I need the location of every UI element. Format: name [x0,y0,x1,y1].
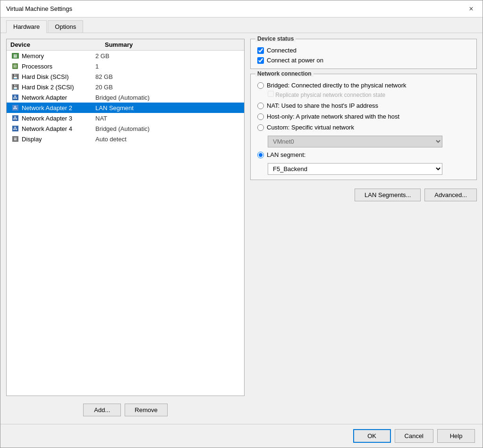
replicate-label: Replicate physical network connection st… [275,92,385,98]
net4-icon: 🖧 [10,125,20,132]
bridged-radio[interactable] [257,82,264,89]
close-button[interactable]: × [466,3,477,15]
custom-dropdown[interactable]: VMnet0 VMnet1 VMnet2 [268,136,442,147]
window-title: Virtual Machine Settings [6,5,72,12]
advanced-button[interactable]: Advanced... [424,189,477,201]
device-status-label: Device status [255,35,296,42]
cpu-icon: ⊞ [10,62,20,70]
power-on-row: Connect at power on [257,57,470,64]
device-status-section: Device status Connected Connect at power… [250,39,477,69]
table-row[interactable]: ⊞ Processors 1 [7,61,244,71]
remove-button[interactable]: Remove [125,404,167,416]
add-button[interactable]: Add... [83,404,121,416]
power-on-checkbox[interactable] [257,57,264,64]
net3-icon: 🖧 [10,114,20,122]
bridged-label: Bridged: Connected directly to the physi… [267,82,407,89]
connected-label: Connected [267,47,297,54]
lan-label: LAN segment: [267,151,305,158]
lan-radio[interactable] [257,152,264,158]
cancel-button[interactable]: Cancel [395,429,433,443]
table-row[interactable]: 💾 Hard Disk (SCSI) 82 GB [7,71,244,82]
replicate-checkbox [268,91,274,97]
lan-option: LAN segment: [257,151,470,158]
radio-group: Bridged: Connected directly to the physi… [257,79,470,175]
table-row[interactable]: 💾 Hard Disk 2 (SCSI) 20 GB [7,82,244,92]
help-button[interactable]: Help [437,429,475,443]
right-panel: Device status Connected Connect at power… [250,39,477,418]
lan-segments-button[interactable]: LAN Segments... [355,189,421,201]
bridged-option: Bridged: Connected directly to the physi… [257,82,470,89]
tab-hardware[interactable]: Hardware [6,20,47,33]
lan-dropdown-row: F5_Backend [268,163,470,175]
main-content: Device Summary ▦ Memory 2 GB [0,33,483,424]
custom-label: Custom: Specific virtual network [267,124,354,131]
title-bar: Virtual Machine Settings × [0,0,483,17]
table-row[interactable]: 🖥 Display Auto detect [7,134,244,144]
table-action-buttons: Add... Remove [6,401,245,418]
table-row[interactable]: 🖧 Network Adapter Bridged (Automatic) [7,92,244,103]
header-summary: Summary [105,41,240,48]
network-connection-label: Network connection [255,70,314,77]
connected-checkbox[interactable] [257,47,264,54]
custom-option: Custom: Specific virtual network [257,124,470,131]
lan-dropdown[interactable]: F5_Backend [268,163,442,175]
main-window: Virtual Machine Settings × Hardware Opti… [0,0,483,448]
disk2-icon: 💾 [10,83,20,91]
memory-icon: ▦ [10,52,20,60]
device-table: Device Summary ▦ Memory 2 GB [6,39,245,396]
hostonly-label: Host-only: A private network shared with… [267,113,399,120]
net-icon: 🖧 [10,94,20,101]
nat-label: NAT: Used to share the host's IP address [267,102,378,109]
tab-bar: Hardware Options [0,17,483,33]
replicate-option: Replicate physical network connection st… [268,91,470,98]
header-device: Device [10,41,105,48]
ok-button[interactable]: OK [353,429,391,443]
network-connection-section: Network connection Bridged: Connected di… [250,74,477,180]
table-header: Device Summary [7,39,244,51]
footer: OK Cancel Help [0,424,483,448]
tab-options[interactable]: Options [48,20,83,33]
table-row[interactable]: 🖧 Network Adapter 3 NAT [7,113,244,123]
power-on-label: Connect at power on [267,57,323,64]
nat-option: NAT: Used to share the host's IP address [257,102,470,109]
display-icon: 🖥 [10,135,20,143]
custom-radio[interactable] [257,124,264,131]
nat-radio[interactable] [257,103,264,109]
connected-row: Connected [257,47,470,54]
table-row-selected[interactable]: 🖧 Network Adapter 2 LAN Segment [7,103,244,113]
table-row[interactable]: ▦ Memory 2 GB [7,51,244,61]
action-buttons: LAN Segments... Advanced... [250,189,477,201]
custom-dropdown-row: VMnet0 VMnet1 VMnet2 [268,136,470,147]
left-panel: Device Summary ▦ Memory 2 GB [6,39,245,418]
disk-icon: 💾 [10,73,20,80]
net2-icon: 🖧 [10,104,20,112]
table-row[interactable]: 🖧 Network Adapter 4 Bridged (Automatic) [7,123,244,134]
hostonly-option: Host-only: A private network shared with… [257,113,470,120]
hostonly-radio[interactable] [257,113,264,120]
